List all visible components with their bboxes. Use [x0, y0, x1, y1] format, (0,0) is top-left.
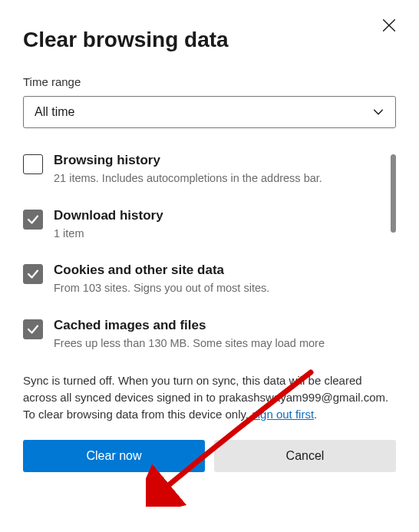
dialog-title: Clear browsing data — [23, 28, 396, 52]
option-title: Download history — [54, 208, 163, 223]
option-browsing-history: Browsing history 21 items. Includes auto… — [23, 153, 382, 187]
option-desc: Frees up less than 130 MB. Some sites ma… — [54, 336, 325, 352]
sync-text-end: . — [314, 408, 317, 421]
checkbox-cached[interactable] — [23, 319, 43, 339]
sign-out-link[interactable]: sign out first — [252, 408, 314, 421]
time-range-select[interactable]: All time — [23, 96, 396, 128]
option-download-history: Download history 1 item — [23, 208, 382, 242]
check-icon — [26, 322, 40, 336]
check-icon — [26, 213, 40, 226]
time-range-value: All time — [35, 105, 74, 119]
sync-message: Sync is turned off. When you turn on syn… — [23, 372, 396, 422]
sync-text: Sync is turned off. When you turn on syn… — [23, 374, 388, 421]
close-button[interactable] — [381, 17, 398, 34]
clear-now-button[interactable]: Clear now — [23, 440, 205, 472]
checkbox-cookies[interactable] — [23, 264, 43, 284]
option-title: Browsing history — [54, 153, 322, 168]
option-cookies: Cookies and other site data From 103 sit… — [23, 263, 382, 296]
option-desc: From 103 sites. Signs you out of most si… — [54, 281, 269, 296]
option-desc: 21 items. Includes autocompletions in th… — [54, 171, 322, 187]
checkbox-download-history[interactable] — [23, 210, 43, 230]
options-list: Browsing history 21 items. Includes auto… — [23, 153, 396, 351]
time-range-label: Time range — [23, 75, 396, 88]
chevron-down-icon — [372, 106, 384, 118]
option-title: Cached images and files — [54, 318, 325, 333]
check-icon — [26, 267, 40, 281]
close-icon — [381, 17, 398, 34]
checkbox-browsing-history[interactable] — [23, 154, 43, 174]
option-cached: Cached images and files Frees up less th… — [23, 318, 382, 352]
option-title: Cookies and other site data — [54, 263, 269, 278]
cancel-button[interactable]: Cancel — [214, 440, 396, 472]
option-desc: 1 item — [54, 226, 163, 242]
scrollbar-thumb[interactable] — [391, 154, 396, 233]
button-row: Clear now Cancel — [23, 440, 396, 472]
